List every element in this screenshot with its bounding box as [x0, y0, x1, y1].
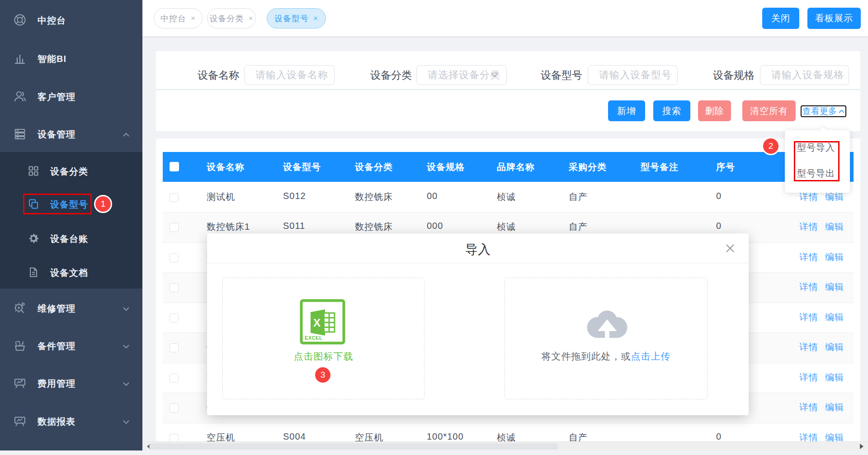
svg-text:X: X: [313, 317, 321, 329]
svg-text:EXCEL: EXCEL: [305, 335, 322, 341]
